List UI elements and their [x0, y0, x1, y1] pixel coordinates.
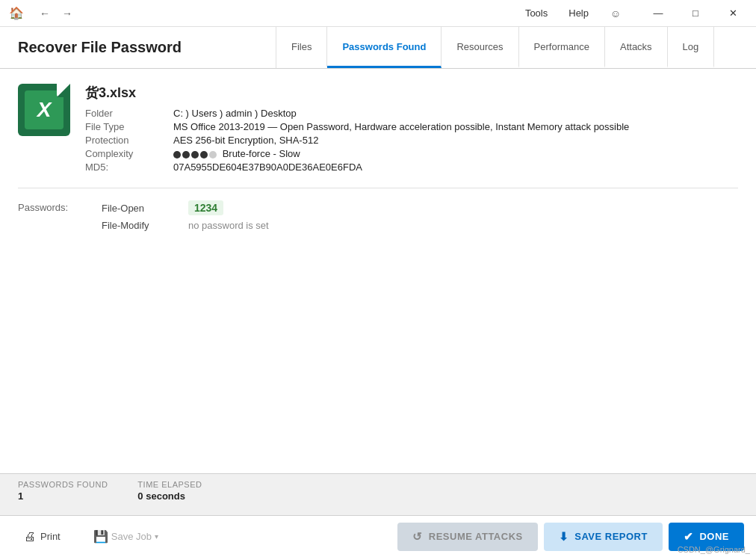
- passwords-found-stat-value: 1: [18, 490, 108, 502]
- file-meta: Folder C: ) Users ) admin ) Desktop File…: [85, 108, 738, 173]
- dot-5: [209, 151, 217, 159]
- maximize-button[interactable]: □: [678, 0, 713, 27]
- save-report-button[interactable]: ⬇ SAVE REPORT: [544, 523, 663, 551]
- nav-buttons: ← →: [34, 3, 78, 24]
- time-elapsed-stat-label: TIME ELAPSED: [137, 480, 202, 489]
- password-row-open: File-Open 1234: [102, 200, 269, 215]
- titlebar-left: 🏠 ← →: [6, 3, 78, 24]
- md5-label: MD5:: [85, 161, 167, 173]
- passwords-found-stat: PASSWORDS FOUND 1: [18, 480, 108, 512]
- protection-value: AES 256-bit Encryption, SHA-512: [173, 135, 738, 146]
- dot-1: [173, 151, 181, 159]
- close-button[interactable]: ✕: [716, 0, 750, 27]
- file-name: 货3.xlsx: [85, 84, 738, 102]
- menu-bar: Tools Help ☺: [521, 3, 626, 24]
- resume-icon: ↺: [412, 530, 423, 544]
- titlebar-right: Tools Help ☺ — □ ✕: [521, 0, 750, 27]
- complexity-dots: [173, 151, 217, 159]
- bottom-toolbar: 🖨 Print 💾 Save Job ▾ ↺ RESUME ATTACKS ⬇ …: [0, 515, 756, 557]
- titlebar: 🏠 ← → Tools Help ☺ — □ ✕: [0, 0, 756, 27]
- save-job-button[interactable]: 💾 Save Job ▾: [84, 523, 167, 550]
- tab-performance[interactable]: Performance: [519, 27, 605, 68]
- passwords-section: Passwords: File-Open 1234 File-Modify no…: [18, 197, 738, 234]
- statusbar: PASSWORDS FOUND 1 TIME ELAPSED 0 seconds: [0, 473, 756, 515]
- excel-corner: [57, 84, 70, 97]
- folder-value: C: ) Users ) admin ) Desktop: [173, 108, 738, 119]
- toolbar-right: ↺ RESUME ATTACKS ⬇ SAVE REPORT ✔ DONE: [397, 523, 744, 551]
- excel-icon: X: [18, 84, 70, 136]
- divider: [18, 188, 738, 188]
- chevron-down-icon: ▾: [155, 532, 158, 541]
- md5-value: 07A5955DE604E37B90A0DE36AE0E6FDA: [173, 161, 738, 173]
- passwords-found-stat-label: PASSWORDS FOUND: [18, 480, 108, 489]
- file-info: X 货3.xlsx Folder C: ) Users ) admin ) De…: [18, 84, 738, 173]
- emoji-button[interactable]: ☺: [605, 3, 626, 24]
- tab-bar: Files Passwords Found Resources Performa…: [276, 27, 714, 68]
- excel-letter: X: [37, 99, 52, 120]
- home-button[interactable]: 🏠: [6, 3, 27, 24]
- done-button[interactable]: ✔ DONE: [669, 523, 744, 551]
- tab-log[interactable]: Log: [668, 27, 715, 68]
- save-report-label: SAVE REPORT: [574, 531, 648, 542]
- print-label: Print: [40, 531, 61, 542]
- checkmark-icon: ✔: [684, 530, 694, 544]
- passwords-label: Passwords:: [18, 200, 93, 213]
- tools-menu[interactable]: Tools: [521, 4, 552, 22]
- tab-passwords-found[interactable]: Passwords Found: [327, 27, 441, 68]
- filetype-label: File Type: [85, 121, 167, 132]
- forward-button[interactable]: →: [57, 3, 78, 24]
- complexity-text: Brute-force - Slow: [223, 148, 300, 159]
- header: Recover File Password Files Passwords Fo…: [0, 27, 756, 69]
- tab-attacks[interactable]: Attacks: [605, 27, 668, 68]
- back-button[interactable]: ←: [34, 3, 55, 24]
- dot-4: [200, 151, 208, 159]
- filetype-value: MS Office 2013-2019 — Open Password, Har…: [173, 121, 738, 132]
- printer-icon: 🖨: [24, 530, 36, 544]
- password-row-modify: File-Modify no password is set: [102, 220, 269, 231]
- tab-files[interactable]: Files: [276, 27, 327, 68]
- password-value-modify: no password is set: [188, 220, 269, 231]
- minimize-button[interactable]: —: [641, 0, 675, 27]
- save-job-icon: 💾: [93, 529, 108, 544]
- passwords-list: File-Open 1234 File-Modify no password i…: [102, 200, 269, 231]
- save-job-label: Save Job: [111, 531, 152, 542]
- password-value-open: 1234: [188, 200, 223, 215]
- time-elapsed-stat: TIME ELAPSED 0 seconds: [137, 480, 202, 512]
- complexity-value: Brute-force - Slow: [173, 148, 738, 159]
- done-label: DONE: [699, 531, 729, 542]
- file-details: 货3.xlsx Folder C: ) Users ) admin ) Desk…: [85, 84, 738, 173]
- download-icon: ⬇: [559, 530, 569, 544]
- help-menu[interactable]: Help: [564, 4, 593, 22]
- dot-2: [182, 151, 190, 159]
- app-title: Recover File Password: [0, 27, 276, 68]
- print-button[interactable]: 🖨 Print: [12, 524, 72, 550]
- resume-attacks-label: RESUME ATTACKS: [429, 531, 523, 542]
- time-elapsed-stat-value: 0 seconds: [137, 490, 202, 502]
- file-icon: X: [18, 84, 70, 136]
- password-type-open: File-Open: [102, 203, 176, 214]
- tab-resources[interactable]: Resources: [441, 27, 518, 68]
- complexity-label: Complexity: [85, 148, 167, 159]
- folder-label: Folder: [85, 108, 167, 119]
- toolbar-left: 🖨 Print 💾 Save Job ▾: [12, 523, 167, 550]
- dot-3: [191, 151, 199, 159]
- main-content: X 货3.xlsx Folder C: ) Users ) admin ) De…: [0, 69, 756, 473]
- password-type-modify: File-Modify: [102, 220, 176, 231]
- protection-label: Protection: [85, 135, 167, 146]
- resume-attacks-button[interactable]: ↺ RESUME ATTACKS: [397, 523, 537, 551]
